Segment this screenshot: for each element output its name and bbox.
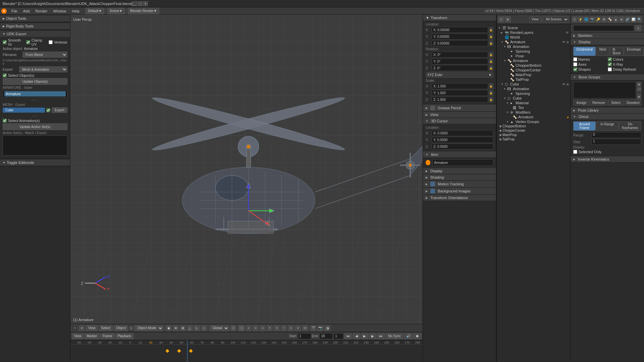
tab-bbone[interactable]: B-Bone	[610, 47, 624, 56]
tl-view-btn[interactable]: View	[72, 333, 84, 339]
armature-name-box[interactable]: Armature	[432, 159, 493, 166]
no-sync-btn[interactable]: No Sync	[386, 333, 403, 339]
select-btn[interactable]: Select	[608, 100, 624, 106]
view-section-header[interactable]: ▶ View	[423, 112, 496, 118]
world-item[interactable]: 🌐 World	[498, 35, 569, 40]
arm-tb-10[interactable]: 🔗	[625, 16, 630, 22]
chopper-center-item[interactable]: 🦴 ChopperCenter	[498, 68, 569, 72]
scale-x-input[interactable]: X: 1.000	[432, 83, 488, 89]
scale-z-lock[interactable]: 🔒	[489, 97, 493, 103]
shading-header[interactable]: ▶ Shading	[423, 174, 496, 181]
filename-select[interactable]: From Blend	[22, 52, 67, 58]
verbose-checkbox[interactable]	[49, 40, 53, 44]
arm-tb-1[interactable]: ⬡	[572, 16, 577, 22]
ghost-tab-in-range[interactable]: In Range	[596, 121, 619, 131]
play-end-btn[interactable]: ⏭	[377, 333, 385, 339]
update-object-button[interactable]: Update Object(s)	[3, 78, 67, 85]
scale-y-lock[interactable]: 🔒	[489, 90, 493, 96]
arm-tb-3[interactable]: 🌐	[584, 16, 589, 22]
motion-tracking-header[interactable]: ▶ Motion Tracking	[423, 181, 496, 188]
scene-select[interactable]: Scene ▼	[107, 8, 125, 14]
cursor-z-input[interactable]: Z: 0.0000	[432, 143, 493, 149]
select-objects-checkbox[interactable]	[3, 73, 7, 77]
magnet-icon[interactable]: ⊠	[180, 325, 186, 331]
ghost-header[interactable]: ▼ Ghost	[571, 114, 644, 120]
loc-y-input[interactable]: Y: 0.00000	[432, 34, 488, 40]
selected-only-checkbox[interactable]	[573, 150, 577, 154]
rl-eye-icon[interactable]: 👁	[566, 31, 569, 35]
render-layers-item[interactable]: ▶ 📷 RenderLayers 👁	[498, 30, 569, 35]
ghost-tab-around[interactable]: Around Frame	[573, 121, 596, 131]
all-scenes-select[interactable]: All Scenes	[543, 16, 569, 22]
view-scene-btn[interactable]: View	[529, 16, 541, 22]
layer-9[interactable]: 9	[295, 325, 301, 331]
global-icon[interactable]: ⬡	[230, 325, 236, 331]
export-select[interactable]: Mesh & Animation	[19, 66, 67, 72]
armature-name-input[interactable]: Armature	[573, 25, 634, 31]
viewport-mode-icon[interactable]: ⬡	[72, 325, 78, 331]
menu-help[interactable]: Help	[69, 8, 83, 14]
smooth-gr-checkbox[interactable]	[3, 40, 7, 44]
tab-octahedral[interactable]: Octahedral	[573, 47, 596, 56]
arm-tb-6[interactable]: ⚙	[601, 16, 607, 22]
delay-refresh-checkbox[interactable]	[608, 67, 612, 71]
tl-playback-btn[interactable]: Playback	[115, 333, 134, 339]
spinning-item[interactable]: ✦ Spinning	[498, 49, 569, 54]
cube-cursor[interactable]: ⊕	[566, 82, 569, 86]
arm-tb-12[interactable]: 🔍	[637, 16, 642, 22]
xyz-euler-select[interactable]: XYZ Euler ▼	[426, 72, 493, 78]
layer-8[interactable]: 8	[288, 325, 294, 331]
cursor-x-input[interactable]: X: 0.0000	[432, 130, 493, 136]
animation2-item[interactable]: ▼ 🎞 Animation	[498, 86, 569, 91]
scale-z-input[interactable]: Z: 1.000	[432, 97, 488, 103]
icon6[interactable]: ◇	[201, 325, 207, 331]
scene-icon-btn2[interactable]: ⊕	[505, 16, 511, 22]
udk-export-header[interactable]: ▼ UDK Export	[0, 31, 70, 37]
layer-4[interactable]: 4	[260, 325, 266, 331]
armature-root-item[interactable]: ▼ 🦴 Armature 👁 ⊕	[498, 40, 569, 44]
layer-1[interactable]: 1	[238, 325, 245, 331]
modifiers-item[interactable]: ▼ ⚙ Modifiers	[498, 110, 569, 115]
layer-3[interactable]: 3	[253, 325, 259, 331]
armature-name-action-btn[interactable]: +	[635, 25, 641, 31]
end-value[interactable]: 18	[319, 333, 333, 339]
tl-extra2[interactable]: ⏺	[413, 333, 421, 339]
layer-10[interactable]: 10	[302, 325, 308, 331]
animation-item[interactable]: ▼ 🎞 Animation	[498, 44, 569, 49]
arm-tb-9[interactable]: ⊕	[619, 16, 625, 22]
start-value[interactable]: 1	[298, 333, 311, 339]
rot-x-input[interactable]: X: 0°	[432, 52, 488, 58]
xray-checkbox[interactable]	[608, 62, 612, 66]
toggle-editmode-header[interactable]: ▼ Toggle Editmode	[0, 160, 70, 166]
cube-child-item[interactable]: ▼ ⬡ Cube	[498, 96, 569, 101]
material-item[interactable]: ▼ ● Material	[498, 101, 569, 105]
object-menu-btn[interactable]: Object	[114, 325, 128, 331]
pivot-icon[interactable]: ◉	[166, 325, 172, 331]
pose-library-header[interactable]: ▶ Pose Library	[571, 107, 644, 114]
close-button[interactable]: ✕	[143, 1, 148, 6]
scale-x-lock[interactable]: 🔒	[489, 83, 493, 89]
icon5[interactable]: ▷	[194, 325, 200, 331]
icon4[interactable]: △	[187, 325, 193, 331]
arm-tb-8[interactable]: ▲	[613, 16, 619, 22]
shapes-checkbox[interactable]	[573, 67, 577, 71]
spinning2-item[interactable]: ✦ Spinning	[498, 91, 569, 96]
loc-x-lock[interactable]: 🔒	[489, 27, 493, 33]
vg-main-prop[interactable]: MainProp	[498, 133, 569, 137]
timeline-track[interactable]: -50 -40 -30 -20 -10 0 10 20 30 40 50 60 …	[70, 340, 423, 362]
arm-tb-5[interactable]: 🔑	[595, 16, 601, 22]
rot-z-lock[interactable]: 🔒	[489, 65, 493, 71]
rot-y-lock[interactable]: 🔒	[489, 58, 493, 64]
viewport-icon2[interactable]: ●	[79, 325, 85, 331]
menu-window[interactable]: Window	[50, 8, 69, 14]
play-start-btn[interactable]: ⏮	[344, 333, 352, 339]
clamp-uv-checkbox[interactable]	[26, 40, 30, 44]
arm-tb-4[interactable]: 📷	[590, 16, 595, 22]
display-section-header[interactable]: ▶ Display	[423, 168, 496, 174]
export-button[interactable]: Export	[52, 107, 67, 113]
transform-orient-header[interactable]: ▶ Transform Orientations	[423, 195, 496, 201]
loc-y-lock[interactable]: 🔒	[489, 34, 493, 40]
current-frame[interactable]: 1	[333, 333, 343, 339]
grease-pencil-header[interactable]: ▶ Grease Pencil	[423, 105, 496, 112]
layout-select[interactable]: Default ▼	[86, 8, 104, 14]
